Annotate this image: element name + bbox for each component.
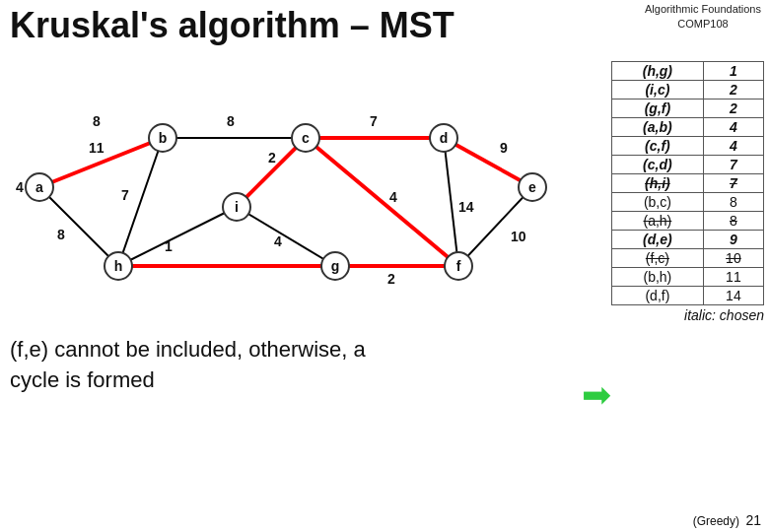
table-row: (d,f)14 xyxy=(612,287,764,305)
svg-text:14: 14 xyxy=(458,199,474,215)
weight-cell: 4 xyxy=(703,137,763,156)
course-line2: COMP108 xyxy=(645,17,761,32)
svg-text:7: 7 xyxy=(121,187,129,203)
graph-svg: 11 8 7 9 14 10 4 2 8 7 1 2 4 a b xyxy=(10,59,582,315)
edge-cell: (h,g) xyxy=(612,62,704,81)
edge-cell: (b,c) xyxy=(612,193,704,212)
svg-text:c: c xyxy=(302,130,310,146)
edge-cell: (c,f) xyxy=(612,137,704,156)
weight-cell: 14 xyxy=(703,287,763,305)
desc-line2: cycle is formed xyxy=(10,366,366,396)
svg-line-3 xyxy=(444,138,532,187)
table-row: (a,h)8 xyxy=(612,212,764,231)
svg-text:d: d xyxy=(440,130,449,146)
arrow-icon: ➡ xyxy=(582,374,611,416)
svg-text:4: 4 xyxy=(16,179,24,195)
weight-cell: 9 xyxy=(703,231,763,249)
svg-text:2: 2 xyxy=(387,271,395,287)
table-row: (c,d)7 xyxy=(612,156,764,174)
course-header: Algorithmic Foundations COMP108 xyxy=(645,2,761,33)
svg-text:i: i xyxy=(235,199,239,215)
svg-line-8 xyxy=(39,187,118,266)
svg-text:4: 4 xyxy=(389,189,397,205)
weight-cell: 10 xyxy=(703,249,763,268)
svg-line-13 xyxy=(237,207,335,266)
table-row: (h,i)7 xyxy=(612,174,764,193)
table-row: (b,c)8 xyxy=(612,193,764,212)
edge-cell: (f,c) xyxy=(612,249,704,268)
weight-cell: 8 xyxy=(703,193,763,212)
svg-text:a: a xyxy=(35,179,43,195)
weight-cell: 1 xyxy=(703,62,763,81)
page-number: 21 xyxy=(745,512,761,528)
course-line1: Algorithmic Foundations xyxy=(645,2,761,17)
weight-cell: 2 xyxy=(703,81,763,100)
svg-text:2: 2 xyxy=(268,150,276,166)
svg-line-4 xyxy=(444,138,458,266)
weight-cell: 7 xyxy=(703,174,763,193)
edge-cell: (a,b) xyxy=(612,118,704,137)
weight-cell: 2 xyxy=(703,100,763,118)
table-row: (d,e)9 xyxy=(612,231,764,249)
svg-text:f: f xyxy=(456,258,461,274)
svg-text:8: 8 xyxy=(227,113,235,129)
svg-line-6 xyxy=(306,138,458,266)
italic-chosen-label: italic: chosen xyxy=(611,307,764,323)
edge-cell: (d,e) xyxy=(612,231,704,249)
svg-text:8: 8 xyxy=(57,227,65,242)
svg-text:1: 1 xyxy=(165,238,173,254)
desc-line1: (f,e) cannot be included, otherwise, a xyxy=(10,335,366,366)
svg-text:11: 11 xyxy=(89,140,105,156)
edge-cell: (h,i) xyxy=(612,174,704,193)
edge-cell: (d,f) xyxy=(612,287,704,305)
page-title: Kruskal's algorithm – MST xyxy=(10,5,454,46)
table-row: (g,f)2 xyxy=(612,100,764,118)
greedy-label: (Greedy) xyxy=(693,514,739,528)
table-row: (c,f)4 xyxy=(612,137,764,156)
svg-text:10: 10 xyxy=(511,229,526,244)
edge-cell: (b,h) xyxy=(612,268,704,287)
description-text: (f,e) cannot be included, otherwise, a c… xyxy=(10,335,366,396)
weight-cell: 11 xyxy=(703,268,763,287)
weight-cell: 4 xyxy=(703,118,763,137)
svg-text:h: h xyxy=(114,258,123,274)
table-row: (a,b)4 xyxy=(612,118,764,137)
table-body: (h,g)1(i,c)2(g,f)2(a,b)4(c,f)4(c,d)7(h,i… xyxy=(612,62,764,305)
table-row: (i,c)2 xyxy=(612,81,764,100)
weight-cell: 7 xyxy=(703,156,763,174)
svg-text:8: 8 xyxy=(93,113,101,129)
edge-table-container: (h,g)1(i,c)2(g,f)2(a,b)4(c,f)4(c,d)7(h,i… xyxy=(611,61,764,323)
edge-table: (h,g)1(i,c)2(g,f)2(a,b)4(c,f)4(c,d)7(h,i… xyxy=(611,61,764,305)
svg-text:4: 4 xyxy=(274,233,282,249)
table-row: (h,g)1 xyxy=(612,62,764,81)
edge-cell: (i,c) xyxy=(612,81,704,100)
edge-cell: (g,f) xyxy=(612,100,704,118)
weight-cell: 8 xyxy=(703,212,763,231)
svg-text:9: 9 xyxy=(500,140,508,156)
graph-area: 11 8 7 9 14 10 4 2 8 7 1 2 4 a b xyxy=(10,59,582,315)
table-row: (f,c)10 xyxy=(612,249,764,268)
svg-text:e: e xyxy=(528,179,536,195)
edge-cell: (a,h) xyxy=(612,212,704,231)
svg-text:7: 7 xyxy=(370,113,378,129)
edge-cell: (c,d) xyxy=(612,156,704,174)
svg-text:g: g xyxy=(331,258,340,274)
table-row: (b,h)11 xyxy=(612,268,764,287)
svg-text:b: b xyxy=(159,130,168,146)
